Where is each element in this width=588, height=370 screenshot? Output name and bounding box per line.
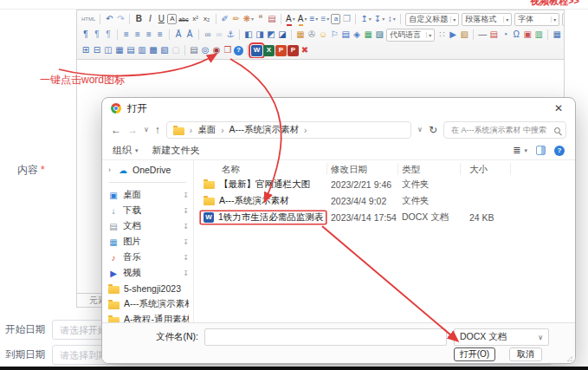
underline-icon[interactable]: U xyxy=(156,13,166,26)
format-brush-icon[interactable]: ✏ xyxy=(231,13,242,26)
font-size-select[interactable]: 字号▾ xyxy=(562,13,564,26)
align-left-icon[interactable]: ≡ xyxy=(121,29,132,42)
help-icon[interactable]: ? xyxy=(554,146,565,156)
align-justify-icon[interactable]: ≡ xyxy=(155,29,165,42)
history-dropdown-icon[interactable]: ∨ xyxy=(144,127,149,133)
table-style-icon[interactable]: ◫ xyxy=(563,29,564,42)
address-dropdown-icon[interactable]: ∨ xyxy=(417,127,423,133)
horizontal-rule-icon[interactable]: — xyxy=(477,29,488,42)
letter-spacing-icon[interactable]: Ä xyxy=(173,29,184,42)
bold-icon[interactable]: B xyxy=(133,13,144,26)
italic-icon[interactable]: I xyxy=(145,13,155,26)
insert-iframe-icon[interactable]: ▤ xyxy=(340,29,351,42)
breadcrumb-item[interactable]: 桌面 xyxy=(197,124,216,136)
sidebar-item-音乐[interactable]: ♪音乐↧ xyxy=(102,250,193,265)
insert-calendar-icon[interactable]: ▤ xyxy=(488,29,499,42)
organize-button[interactable]: 组织▾ xyxy=(113,144,139,157)
redo-icon[interactable]: ↷ xyxy=(115,13,126,26)
word-spacing-icon[interactable]: Ā xyxy=(184,29,195,42)
merge-right-icon[interactable]: ▩ xyxy=(148,44,158,57)
border-text-icon[interactable]: A xyxy=(167,14,177,24)
top-right-note[interactable]: 视频教程>> xyxy=(530,0,579,6)
insert-summary-icon[interactable]: ▤ xyxy=(267,13,277,26)
insert-table-icon[interactable]: ▦ xyxy=(552,29,562,42)
remove-link-icon[interactable]: ∞ xyxy=(214,29,224,42)
emoji-icon[interactable]: ☺ xyxy=(318,29,328,42)
preview-pane-icon[interactable] xyxy=(536,146,546,155)
font-color-icon[interactable]: A▾ xyxy=(285,13,296,26)
image-inline-icon[interactable]: ◨ xyxy=(255,29,265,42)
sidebar-folder-item[interactable]: A---系统演示素材 xyxy=(102,296,193,312)
source-code-icon[interactable]: HTML xyxy=(81,13,96,26)
scrawl-icon[interactable]: ▨ xyxy=(374,29,384,42)
column-header[interactable]: 大小 xyxy=(461,163,511,175)
forward-icon[interactable]: → xyxy=(127,125,138,135)
delete-table-icon[interactable]: ▢ xyxy=(171,44,181,57)
image-float-right-icon[interactable]: ◪ xyxy=(277,29,288,42)
print-icon[interactable]: ▤ xyxy=(189,44,199,57)
eraser-icon[interactable]: ✐ xyxy=(220,13,230,26)
import-excel-icon[interactable]: X xyxy=(263,45,275,56)
paragraph-spacing-bottom-icon[interactable]: ↧▾ xyxy=(373,13,385,26)
sidebar-item-视频[interactable]: ▶视频↧ xyxy=(102,265,193,281)
paragraph-mark-icon[interactable]: ¶ xyxy=(103,29,113,42)
insert-image-icon[interactable]: ▦ xyxy=(295,29,306,42)
search-box[interactable] xyxy=(443,121,566,139)
screenshot-icon[interactable]: ✇ xyxy=(307,29,317,42)
insert-col-icon[interactable]: ⊟ xyxy=(92,44,102,57)
import-ppt-icon[interactable]: P xyxy=(275,45,287,56)
paragraph-format-select[interactable]: 段落格式▾ xyxy=(462,13,512,26)
subscript-icon[interactable]: x₂ xyxy=(202,13,212,26)
view-options-button[interactable]: ≣▾ xyxy=(513,145,527,156)
search-replace-icon[interactable]: ◉ xyxy=(211,44,222,57)
sidebar-item-图片[interactable]: ▦图片↧ xyxy=(102,234,193,250)
refresh-icon[interactable]: ↻ xyxy=(429,125,437,135)
blockquote-icon[interactable]: “ xyxy=(255,13,266,26)
insert-link-icon[interactable]: ∞ xyxy=(203,29,213,42)
custom-title-select[interactable]: 自定义标题▾ xyxy=(405,13,459,26)
open-button[interactable]: 打开(O) xyxy=(454,347,495,361)
breadcrumb-item[interactable]: A---系统演示素材 xyxy=(229,124,300,136)
back-icon[interactable]: ← xyxy=(111,125,121,135)
import-word-icon[interactable]: W xyxy=(251,45,262,56)
filename-input[interactable] xyxy=(204,328,447,346)
insert-file-icon[interactable]: ▧ xyxy=(459,29,469,42)
image-float-left-icon[interactable]: ◧ xyxy=(243,29,254,42)
auto-typeset-icon[interactable]: ❋▾ xyxy=(242,13,255,26)
unordered-list-icon[interactable]: ≡▾ xyxy=(320,13,330,26)
preview-icon[interactable]: ◎ xyxy=(200,44,210,57)
insert-video-icon[interactable]: ▶ xyxy=(448,29,458,42)
resize-grip[interactable]: ◿ xyxy=(567,354,572,362)
align-right-icon[interactable]: ≡ xyxy=(144,29,154,42)
insert-row-icon[interactable]: ⊞ xyxy=(81,44,91,57)
format-code-icon[interactable]: ∷ xyxy=(436,29,447,42)
font-family-select[interactable]: 字体▾ xyxy=(514,13,559,26)
sidebar-item-文档[interactable]: ▤文档↧ xyxy=(102,218,193,234)
sidebar-item-下载[interactable]: ↓下载↧ xyxy=(102,203,193,218)
breadcrumb[interactable]: ›桌面›A---系统演示素材› xyxy=(166,121,411,139)
split-cell-icon[interactable]: ▦ xyxy=(114,44,125,57)
align-center-icon[interactable]: ≡ xyxy=(132,29,143,42)
delete-col-icon[interactable]: ▥ xyxy=(137,44,147,57)
undo-icon[interactable]: ↶ xyxy=(104,13,114,26)
merge-down-icon[interactable]: ▧ xyxy=(159,44,170,57)
filetype-select[interactable]: DOCX 文档∨ xyxy=(454,328,549,346)
special-chars-icon[interactable]: Ω xyxy=(511,29,521,42)
close-icon[interactable]: ✕ xyxy=(551,102,566,114)
up-icon[interactable]: ↑ xyxy=(155,125,160,135)
ordered-list-icon[interactable]: ≡▾ xyxy=(308,13,319,26)
clear-document-icon[interactable]: ✖ xyxy=(300,44,310,57)
image-center-icon[interactable]: ◩ xyxy=(266,29,276,42)
import-pdf-icon[interactable]: P xyxy=(288,45,299,56)
print-screen-icon[interactable]: ▣ xyxy=(522,29,533,42)
file-row[interactable]: A---系统演示素材2023/4/4 9:02文件夹 xyxy=(194,192,575,209)
cancel-button[interactable]: 取消 xyxy=(509,347,542,361)
highlight-color-icon[interactable]: A▾ xyxy=(297,13,308,26)
file-row[interactable]: 【最新】官网通栏大图2023/2/21 9:46文件夹 xyxy=(194,176,575,192)
code-language-select[interactable]: 代码语言▾ xyxy=(386,29,435,42)
merge-cells-icon[interactable]: ◫ xyxy=(103,44,113,57)
superscript-icon[interactable]: x² xyxy=(191,13,201,26)
paste-icon[interactable]: ❐ xyxy=(341,13,352,26)
insert-time-icon[interactable]: ◔ xyxy=(500,29,510,42)
strikethrough-icon[interactable]: abc xyxy=(178,13,189,26)
